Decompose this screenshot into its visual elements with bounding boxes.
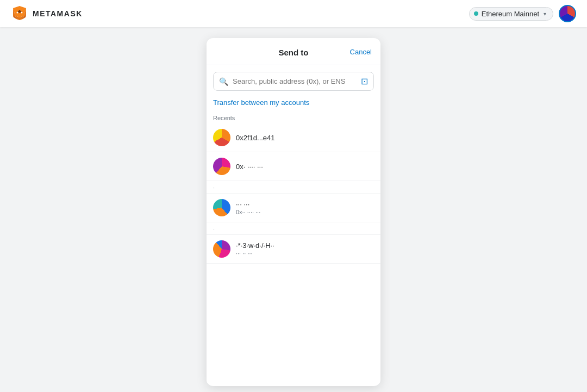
contact-info-recent-2: 0x· ···· ··· [236,163,263,171]
contact-info-recent-1: 0x2f1d...e41 [236,134,275,142]
cancel-button[interactable]: Cancel [350,47,372,55]
contact-item-1[interactable]: ··· ··· 0x·· ···· ··· [207,194,380,222]
empty-area [207,264,380,383]
search-box: 🔍 ⊡ [213,72,374,91]
avatar-recent-1 [213,129,230,146]
send-to-modal: Send to Cancel 🔍 ⊡ Transfer between my a… [207,38,380,386]
search-area: 🔍 ⊡ [207,65,380,91]
account-avatar[interactable] [559,5,576,22]
contacts-list-3: ·*·3·w·d·/·H·· ··· ·· ··· [207,235,380,264]
recent-item-2[interactable]: 0x· ···· ··· [207,152,380,181]
app-header: METAMASK Ethereum Mainnet ▾ [0,0,587,27]
logo-text: METAMASK [33,9,83,18]
main-content: Send to Cancel 🔍 ⊡ Transfer between my a… [0,27,587,392]
svg-point-9 [21,12,23,14]
recents-section-label: Recents [207,111,380,123]
contact-sub-2: ··· ·· ··· [236,250,274,257]
section-divider-1: · [207,181,380,194]
network-status-dot [474,11,478,16]
modal-title: Send to [279,48,309,57]
avatar-contact-2 [213,240,230,258]
transfer-link-area: Transfer between my accounts [207,91,380,111]
modal-header: Send to Cancel [207,38,380,65]
contact-info-1: ··· ··· 0x·· ···· ··· [236,200,260,215]
contact-name-1: ··· ··· [236,200,260,208]
search-icon: 🔍 [219,77,228,86]
logo-area: METAMASK [11,5,83,22]
network-name: Ethereum Mainnet [482,10,539,18]
metamask-fox-icon [11,5,28,22]
qr-scan-icon[interactable]: ⊡ [361,76,368,86]
avatar-recent-2 [213,158,230,175]
contact-address-recent-2: 0x· ···· ··· [236,163,263,171]
contact-sub-1: 0x·· ···· ··· [236,209,260,215]
contact-address-recent-1: 0x2f1d...e41 [236,134,275,142]
search-input[interactable] [233,77,357,85]
contact-info-2: ·*·3·w·d·/·H·· ··· ·· ··· [236,241,274,257]
recents-list: 0x2f1d...e41 0x· ···· ··· [207,123,380,181]
avatar-contact-1 [213,199,230,216]
chevron-down-icon: ▾ [544,11,546,17]
contact-name-2: ·*·3·w·d·/·H·· [236,241,274,250]
network-selector[interactable]: Ethereum Mainnet ▾ [469,7,553,21]
transfer-between-accounts-link[interactable]: Transfer between my accounts [213,98,309,107]
header-right: Ethereum Mainnet ▾ [469,5,576,22]
section-divider-2: · [207,222,380,235]
recent-item-1[interactable]: 0x2f1d...e41 [207,123,380,152]
contacts-list-2: ··· ··· 0x·· ···· ··· [207,194,380,222]
svg-point-8 [17,12,18,14]
contact-item-2[interactable]: ·*·3·w·d·/·H·· ··· ·· ··· [207,235,380,264]
